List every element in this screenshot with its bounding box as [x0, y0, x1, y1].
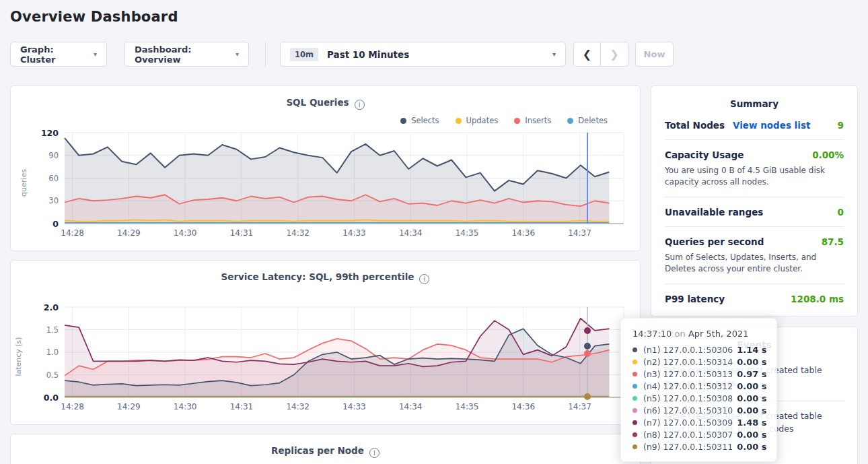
dashboard-dropdown-label: Dashboard: Overview [135, 44, 229, 65]
time-range-dropdown[interactable]: 10m Past 10 Minutes ▾ [280, 42, 566, 67]
x-axis-tick: 14:34 [399, 228, 423, 238]
legend-item-inserts[interactable]: Inserts [514, 116, 551, 125]
summary-value: 87.5 [822, 236, 844, 247]
charts-column: SQL Queriesi SelectsUpdatesInsertsDelete… [10, 86, 641, 464]
tooltip-node-address: (n5) 127.0.0.1:50308 [643, 393, 733, 403]
x-axis-tick: 14:29 [117, 402, 141, 411]
node-color-dot-icon [632, 444, 637, 449]
x-axis-tick: 14:33 [342, 402, 366, 411]
node-color-dot-icon [632, 384, 637, 389]
tooltip-node-row: (n2) 127.0.0.1:503140.00 s [632, 356, 766, 368]
tooltip-node-row: (n4) 127.0.0.1:503120.00 s [632, 380, 766, 392]
summary-label: Unavailable ranges [665, 207, 763, 218]
tooltip-timestamp: 14:37:10 on Apr 5th, 2021 [632, 329, 766, 339]
x-axis-tick: 14:32 [286, 228, 310, 238]
y-axis-tick: 90 [48, 151, 59, 160]
x-axis-tick: 14:37 [568, 228, 591, 238]
summary-label: Capacity Usage [665, 150, 744, 160]
x-axis-tick: 14:28 [61, 402, 84, 411]
legend-item-deletes[interactable]: Deletes [567, 116, 608, 125]
x-axis-tick: 14:36 [511, 402, 535, 411]
summary-row-capacity-usage: Capacity Usage 0.00% You are using 0 B o… [665, 140, 844, 197]
x-axis-tick: 14:35 [456, 228, 479, 238]
page-title: Overview Dashboard [10, 9, 868, 25]
chart-title: Service Latency: SQL, 99th percentile [221, 271, 414, 282]
chart-title: Replicas per Node [271, 445, 364, 456]
x-axis-tick: 14:35 [456, 402, 479, 411]
y-axis-label: queries [20, 169, 28, 197]
summary-row-unavailable-ranges: Unavailable ranges 0 [665, 197, 844, 227]
tooltip-node-value: 1.14 s [737, 345, 766, 355]
info-icon[interactable]: i [355, 100, 365, 110]
legend-label: Updates [466, 116, 499, 125]
node-color-dot-icon [632, 372, 637, 376]
x-axis-tick: 14:29 [117, 228, 141, 238]
dashboard-dropdown[interactable]: Dashboard: Overview ▾ [124, 42, 249, 67]
graph-scope-dropdown[interactable]: Graph: Cluster ▾ [10, 42, 107, 67]
time-prev-button[interactable]: ❮ [573, 42, 601, 67]
time-range-arrows: ❮ ❯ [573, 42, 628, 67]
summary-value: 1208.0 ms [791, 294, 844, 304]
x-axis-tick: 14:31 [230, 402, 254, 411]
legend-label: Selects [411, 116, 439, 125]
legend-item-updates[interactable]: Updates [456, 116, 499, 125]
node-color-dot-icon [632, 408, 637, 413]
y-axis-tick: 0 [52, 219, 59, 229]
hover-point-dot [584, 350, 591, 357]
tooltip-node-value: 0.00 s [737, 442, 766, 452]
tooltip-node-row: (n5) 127.0.0.1:503080.00 s [632, 392, 766, 404]
legend-item-selects[interactable]: Selects [400, 116, 439, 125]
chart-plot[interactable]: 0306090120queries14:2814:2914:3014:3114:… [65, 133, 624, 224]
hover-point-dot [584, 343, 591, 350]
tooltip-node-value: 0.00 s [737, 393, 766, 403]
chart-title: SQL Queries [286, 97, 349, 108]
summary-label: Total Nodes [665, 120, 725, 131]
y-axis-label: latency (s) [13, 337, 22, 376]
tooltip-node-value: 0.00 s [737, 405, 766, 416]
tooltip-node-address: (n1) 127.0.0.1:50306 [643, 345, 733, 355]
y-axis-tick: 120 [41, 128, 59, 138]
legend-dot-icon [456, 118, 462, 124]
summary-value: 9 [838, 120, 844, 131]
summary-value: 0 [838, 207, 844, 218]
node-color-dot-icon [632, 396, 637, 401]
chart-plot[interactable]: 0.00.51.01.52.0latency (s)14:2814:2914:3… [65, 307, 624, 397]
y-axis-tick: 2.0 [44, 302, 59, 312]
node-color-dot-icon [632, 347, 637, 352]
chevron-down-icon: ▾ [552, 51, 556, 58]
x-axis-tick: 14:36 [511, 228, 535, 238]
info-icon[interactable]: i [369, 448, 379, 458]
summary-label: P99 latency [665, 294, 725, 304]
view-nodes-list-link[interactable]: View nodes list [733, 120, 810, 131]
legend-dot-icon [514, 118, 520, 124]
x-axis-tick: 14:34 [399, 402, 423, 411]
tooltip-node-value: 0.00 s [737, 430, 766, 440]
summary-panel: Summary Total Nodes View nodes list 9 Ca… [651, 86, 858, 317]
service-latency-chart-card: Service Latency: SQL, 99th percentilei 0… [10, 260, 641, 425]
x-axis-tick: 14:33 [342, 228, 366, 238]
summary-row-total-nodes: Total Nodes View nodes list 9 [665, 110, 844, 140]
legend-label: Deletes [578, 116, 608, 125]
sql-queries-chart-card: SQL Queriesi SelectsUpdatesInsertsDelete… [10, 86, 641, 251]
now-button: Now [635, 42, 674, 67]
node-color-dot-icon [632, 420, 637, 425]
summary-row-p99-latency: P99 latency 1208.0 ms [665, 284, 844, 313]
node-color-dot-icon [632, 360, 637, 364]
summary-desc: Sum of Selects, Updates, Inserts, and De… [665, 252, 844, 275]
node-color-dot-icon [632, 432, 637, 437]
y-axis-tick: 0.5 [46, 370, 59, 380]
time-range-label: Past 10 Minutes [327, 49, 409, 60]
tooltip-node-row: (n6) 127.0.0.1:503100.00 s [632, 404, 766, 416]
tooltip-node-address: (n4) 127.0.0.1:50312 [643, 381, 733, 391]
info-icon[interactable]: i [419, 274, 429, 284]
tooltip-node-address: (n7) 127.0.0.1:50309 [643, 418, 733, 428]
x-axis-tick: 14:30 [174, 402, 197, 411]
legend-dot-icon [567, 118, 573, 124]
y-axis-tick: 1.5 [46, 325, 59, 335]
summary-value: 0.00% [812, 150, 844, 160]
graph-scope-label: Graph: Cluster [20, 44, 87, 65]
chart-hover-tooltip: 14:37:10 on Apr 5th, 2021 (n1) 127.0.0.1… [620, 318, 777, 462]
tooltip-node-value: 0.97 s [737, 369, 766, 379]
x-axis-tick: 14:28 [61, 228, 84, 238]
dashboard-controls: Graph: Cluster ▾ Dashboard: Overview ▾ 1… [10, 42, 858, 67]
